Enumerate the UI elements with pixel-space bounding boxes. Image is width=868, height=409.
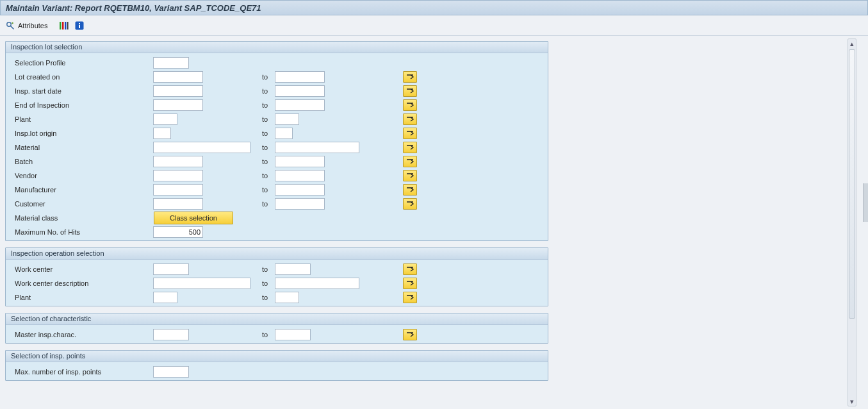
label: Material class	[6, 214, 153, 222]
plant-from-input[interactable]	[153, 113, 177, 125]
material-to-input[interactable]	[275, 142, 359, 153]
batch-from-input[interactable]	[153, 156, 203, 167]
max-hits-input[interactable]	[153, 226, 203, 238]
svg-rect-3	[62, 22, 64, 29]
row-selection-profile: Selection Profile	[6, 56, 548, 70]
vendor-to-input[interactable]	[275, 170, 325, 181]
to-label: to	[262, 331, 275, 338]
group-inspection-operation-selection: Inspection operation selection Work cent…	[5, 247, 548, 306]
row-plant: Plant to	[6, 112, 548, 126]
label: Maximum No. of Hits	[6, 228, 153, 236]
more-selection-button[interactable]	[403, 142, 417, 153]
wc-desc-to-input[interactable]	[275, 278, 359, 289]
customer-from-input[interactable]	[153, 198, 203, 210]
group-inspection-lot-selection: Inspection lot selection Selection Profi…	[5, 41, 548, 241]
label: Lot created on	[6, 73, 153, 81]
svg-rect-2	[60, 22, 61, 29]
row-plant-op: Plant to	[6, 290, 548, 305]
more-selection-button[interactable]	[403, 170, 417, 181]
scroll-up-arrow-icon[interactable]: ▴	[848, 39, 856, 48]
manufacturer-from-input[interactable]	[153, 184, 203, 196]
group-selection-of-insp-points: Selection of insp. points Max. number of…	[5, 350, 548, 381]
group-header: Selection of characteristic	[6, 313, 548, 325]
more-selection-button[interactable]	[403, 184, 417, 196]
row-work-center: Work center to	[6, 262, 548, 276]
to-label: to	[262, 115, 275, 123]
window-scroll-grip[interactable]	[863, 183, 868, 222]
origin-to-input[interactable]	[275, 128, 293, 139]
work-center-from-input[interactable]	[153, 263, 189, 275]
svg-rect-7	[79, 23, 80, 24]
label: Selection Profile	[6, 59, 153, 67]
more-selection-button[interactable]	[403, 71, 417, 83]
vertical-scrollbar[interactable]: ▴ ▾	[848, 38, 856, 406]
row-max-hits: Maximum No. of Hits	[6, 225, 548, 239]
label: Vendor	[6, 172, 153, 179]
more-selection-button[interactable]	[403, 198, 417, 210]
more-selection-button[interactable]	[403, 156, 417, 167]
to-label: to	[262, 73, 275, 81]
svg-point-1	[12, 22, 13, 24]
end-insp-from-input[interactable]	[153, 99, 203, 111]
master-charac-to-input[interactable]	[275, 329, 311, 340]
attributes-icon	[5, 21, 15, 31]
row-max-insp-points: Max. number of insp. points	[6, 365, 548, 379]
plant-op-to-input[interactable]	[275, 292, 299, 303]
group-header: Inspection lot selection	[6, 42, 548, 53]
to-label: to	[262, 265, 275, 273]
more-selection-button[interactable]	[403, 113, 417, 125]
label: Material	[6, 144, 153, 151]
plant-op-from-input[interactable]	[153, 292, 177, 303]
to-label: to	[262, 87, 275, 95]
material-from-input[interactable]	[153, 142, 250, 153]
row-customer: Customer to	[6, 197, 548, 211]
master-charac-from-input[interactable]	[153, 329, 189, 340]
scroll-thumb[interactable]	[849, 49, 855, 319]
row-manufacturer: Manufacturer to	[6, 183, 548, 197]
lot-created-from-input[interactable]	[153, 71, 203, 83]
to-label: to	[262, 144, 275, 151]
batch-to-input[interactable]	[275, 156, 325, 167]
selection-options-icon[interactable]	[59, 21, 69, 31]
more-selection-button[interactable]	[403, 99, 417, 111]
vendor-from-input[interactable]	[153, 170, 203, 181]
max-insp-points-input[interactable]	[153, 366, 189, 378]
to-label: to	[262, 158, 275, 165]
row-material: Material to	[6, 140, 548, 154]
wc-desc-from-input[interactable]	[153, 278, 250, 289]
group-selection-of-characteristic: Selection of characteristic Master insp.…	[5, 313, 548, 344]
more-selection-button[interactable]	[403, 292, 417, 303]
label: Work center description	[6, 280, 153, 287]
more-selection-button[interactable]	[403, 85, 417, 97]
origin-from-input[interactable]	[153, 128, 171, 139]
attributes-button[interactable]: Attributes	[5, 21, 47, 31]
row-insp-lot-origin: Insp.lot origin to	[6, 126, 548, 140]
more-selection-button[interactable]	[403, 329, 417, 340]
more-selection-button[interactable]	[403, 128, 417, 139]
row-work-center-desc: Work center description to	[6, 276, 548, 290]
selection-profile-input[interactable]	[153, 57, 189, 69]
to-label: to	[262, 186, 275, 194]
lot-created-to-input[interactable]	[275, 71, 325, 83]
row-material-class: Material class Class selection	[6, 211, 548, 225]
toolbar: Attributes	[0, 15, 868, 36]
insp-start-to-input[interactable]	[275, 85, 325, 97]
svg-rect-8	[79, 25, 80, 28]
end-insp-to-input[interactable]	[275, 99, 325, 111]
label: Customer	[6, 200, 153, 208]
label: Insp.lot origin	[6, 129, 153, 137]
plant-to-input[interactable]	[275, 113, 299, 125]
customer-to-input[interactable]	[275, 198, 325, 210]
to-label: to	[262, 129, 275, 137]
content-area: Inspection lot selection Selection Profi…	[0, 36, 868, 409]
info-icon[interactable]	[74, 21, 85, 31]
work-center-to-input[interactable]	[275, 263, 311, 275]
insp-start-from-input[interactable]	[153, 85, 203, 97]
more-selection-button[interactable]	[403, 278, 417, 289]
manufacturer-to-input[interactable]	[275, 184, 325, 196]
class-selection-button[interactable]: Class selection	[154, 212, 233, 224]
label: Plant	[6, 115, 153, 123]
more-selection-button[interactable]	[403, 263, 417, 275]
to-label: to	[262, 294, 275, 301]
scroll-down-arrow-icon[interactable]: ▾	[848, 397, 856, 406]
